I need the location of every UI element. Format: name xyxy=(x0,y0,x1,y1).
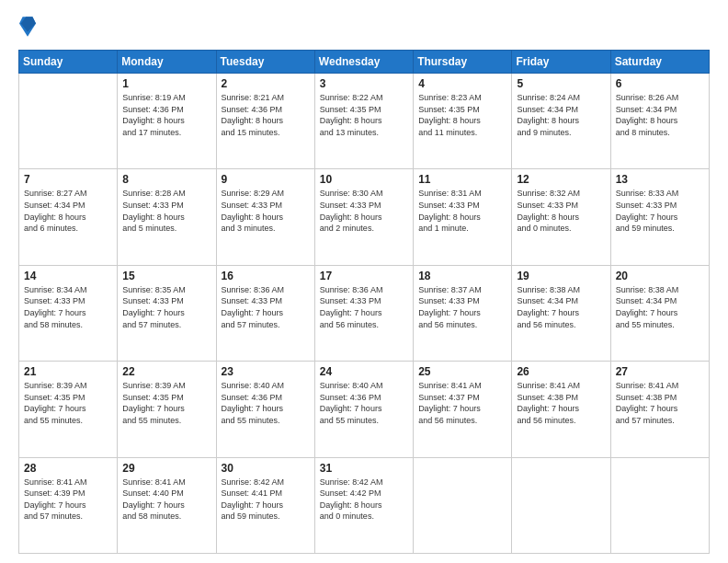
day-cell xyxy=(512,457,610,553)
day-info: Sunrise: 8:40 AM Sunset: 4:36 PM Dayligh… xyxy=(320,380,408,426)
day-number: 20 xyxy=(616,270,704,282)
day-cell: 29Sunrise: 8:41 AM Sunset: 4:40 PM Dayli… xyxy=(118,457,216,553)
day-cell xyxy=(19,74,118,169)
day-info: Sunrise: 8:41 AM Sunset: 4:38 PM Dayligh… xyxy=(517,380,605,426)
day-cell xyxy=(610,457,709,553)
day-cell: 20Sunrise: 8:38 AM Sunset: 4:34 PM Dayli… xyxy=(610,265,709,361)
day-info: Sunrise: 8:41 AM Sunset: 4:37 PM Dayligh… xyxy=(418,380,506,426)
day-cell: 10Sunrise: 8:30 AM Sunset: 4:33 PM Dayli… xyxy=(314,169,413,265)
day-number: 5 xyxy=(517,77,605,90)
page: SundayMondayTuesdayWednesdayThursdayFrid… xyxy=(0,0,728,563)
day-info: Sunrise: 8:41 AM Sunset: 4:39 PM Dayligh… xyxy=(24,477,112,523)
day-number: 4 xyxy=(418,77,506,90)
day-info: Sunrise: 8:41 AM Sunset: 4:40 PM Dayligh… xyxy=(122,477,210,523)
header xyxy=(18,17,710,40)
day-info: Sunrise: 8:32 AM Sunset: 4:33 PM Dayligh… xyxy=(517,188,605,234)
weekday-header-wednesday: Wednesday xyxy=(314,51,413,74)
day-info: Sunrise: 8:37 AM Sunset: 4:33 PM Dayligh… xyxy=(418,284,506,330)
day-info: Sunrise: 8:28 AM Sunset: 4:33 PM Dayligh… xyxy=(122,188,210,234)
day-info: Sunrise: 8:21 AM Sunset: 4:36 PM Dayligh… xyxy=(222,92,310,138)
day-info: Sunrise: 8:24 AM Sunset: 4:34 PM Dayligh… xyxy=(517,92,605,138)
day-info: Sunrise: 8:42 AM Sunset: 4:41 PM Dayligh… xyxy=(222,477,310,523)
day-info: Sunrise: 8:38 AM Sunset: 4:34 PM Dayligh… xyxy=(616,284,704,330)
day-info: Sunrise: 8:38 AM Sunset: 4:34 PM Dayligh… xyxy=(517,284,605,330)
day-cell: 22Sunrise: 8:39 AM Sunset: 4:35 PM Dayli… xyxy=(118,362,216,457)
day-cell: 13Sunrise: 8:33 AM Sunset: 4:33 PM Dayli… xyxy=(610,169,709,265)
day-info: Sunrise: 8:22 AM Sunset: 4:35 PM Dayligh… xyxy=(320,92,408,138)
day-number: 12 xyxy=(517,173,605,186)
day-cell: 30Sunrise: 8:42 AM Sunset: 4:41 PM Dayli… xyxy=(216,457,314,553)
day-number: 22 xyxy=(122,365,210,378)
day-number: 21 xyxy=(24,365,112,378)
day-cell: 9Sunrise: 8:29 AM Sunset: 4:33 PM Daylig… xyxy=(216,169,314,265)
day-cell: 12Sunrise: 8:32 AM Sunset: 4:33 PM Dayli… xyxy=(512,169,610,265)
day-number: 15 xyxy=(122,270,210,282)
day-info: Sunrise: 8:29 AM Sunset: 4:33 PM Dayligh… xyxy=(222,188,310,234)
day-number: 30 xyxy=(222,462,310,475)
day-number: 26 xyxy=(517,365,605,378)
day-cell: 8Sunrise: 8:28 AM Sunset: 4:33 PM Daylig… xyxy=(118,169,216,265)
day-cell: 17Sunrise: 8:36 AM Sunset: 4:33 PM Dayli… xyxy=(314,265,413,361)
day-info: Sunrise: 8:30 AM Sunset: 4:33 PM Dayligh… xyxy=(320,188,408,234)
logo xyxy=(18,17,40,40)
day-info: Sunrise: 8:19 AM Sunset: 4:36 PM Dayligh… xyxy=(122,92,210,138)
day-cell: 14Sunrise: 8:34 AM Sunset: 4:33 PM Dayli… xyxy=(19,265,118,361)
day-number: 28 xyxy=(24,462,112,475)
day-number: 31 xyxy=(320,462,408,475)
day-cell: 19Sunrise: 8:38 AM Sunset: 4:34 PM Dayli… xyxy=(512,265,610,361)
day-number: 11 xyxy=(418,173,506,186)
weekday-header-thursday: Thursday xyxy=(414,51,512,74)
day-cell: 5Sunrise: 8:24 AM Sunset: 4:34 PM Daylig… xyxy=(512,74,610,169)
day-info: Sunrise: 8:23 AM Sunset: 4:35 PM Dayligh… xyxy=(418,92,506,138)
day-cell: 24Sunrise: 8:40 AM Sunset: 4:36 PM Dayli… xyxy=(314,362,413,457)
day-number: 14 xyxy=(24,270,112,282)
day-number: 24 xyxy=(320,365,408,378)
day-cell: 3Sunrise: 8:22 AM Sunset: 4:35 PM Daylig… xyxy=(314,74,413,169)
day-cell: 4Sunrise: 8:23 AM Sunset: 4:35 PM Daylig… xyxy=(414,74,512,169)
week-row-5: 28Sunrise: 8:41 AM Sunset: 4:39 PM Dayli… xyxy=(19,457,710,553)
day-cell xyxy=(414,457,512,553)
day-cell: 2Sunrise: 8:21 AM Sunset: 4:36 PM Daylig… xyxy=(216,74,314,169)
day-cell: 11Sunrise: 8:31 AM Sunset: 4:33 PM Dayli… xyxy=(414,169,512,265)
week-row-4: 21Sunrise: 8:39 AM Sunset: 4:35 PM Dayli… xyxy=(19,362,710,457)
day-info: Sunrise: 8:33 AM Sunset: 4:33 PM Dayligh… xyxy=(616,188,704,234)
weekday-header-friday: Friday xyxy=(512,51,610,74)
day-info: Sunrise: 8:26 AM Sunset: 4:34 PM Dayligh… xyxy=(616,92,704,138)
week-row-2: 7Sunrise: 8:27 AM Sunset: 4:34 PM Daylig… xyxy=(19,169,710,265)
week-row-1: 1Sunrise: 8:19 AM Sunset: 4:36 PM Daylig… xyxy=(19,74,710,169)
day-info: Sunrise: 8:41 AM Sunset: 4:38 PM Dayligh… xyxy=(616,380,704,426)
day-number: 29 xyxy=(122,462,210,475)
day-info: Sunrise: 8:39 AM Sunset: 4:35 PM Dayligh… xyxy=(24,380,112,426)
day-number: 13 xyxy=(616,173,704,186)
weekday-header-tuesday: Tuesday xyxy=(216,51,314,74)
day-info: Sunrise: 8:27 AM Sunset: 4:34 PM Dayligh… xyxy=(24,188,112,234)
day-cell: 1Sunrise: 8:19 AM Sunset: 4:36 PM Daylig… xyxy=(118,74,216,169)
weekday-header-saturday: Saturday xyxy=(610,51,709,74)
day-number: 6 xyxy=(616,77,704,90)
day-info: Sunrise: 8:31 AM Sunset: 4:33 PM Dayligh… xyxy=(418,188,506,234)
day-cell: 27Sunrise: 8:41 AM Sunset: 4:38 PM Dayli… xyxy=(610,362,709,457)
day-number: 27 xyxy=(616,365,704,378)
day-info: Sunrise: 8:35 AM Sunset: 4:33 PM Dayligh… xyxy=(122,284,210,330)
day-cell: 6Sunrise: 8:26 AM Sunset: 4:34 PM Daylig… xyxy=(610,74,709,169)
day-cell: 28Sunrise: 8:41 AM Sunset: 4:39 PM Dayli… xyxy=(19,457,118,553)
day-cell: 16Sunrise: 8:36 AM Sunset: 4:33 PM Dayli… xyxy=(216,265,314,361)
day-number: 7 xyxy=(24,173,112,186)
day-number: 9 xyxy=(222,173,310,186)
day-cell: 31Sunrise: 8:42 AM Sunset: 4:42 PM Dayli… xyxy=(314,457,413,553)
day-info: Sunrise: 8:34 AM Sunset: 4:33 PM Dayligh… xyxy=(24,284,112,330)
day-cell: 15Sunrise: 8:35 AM Sunset: 4:33 PM Dayli… xyxy=(118,265,216,361)
day-info: Sunrise: 8:42 AM Sunset: 4:42 PM Dayligh… xyxy=(320,477,408,523)
weekday-header-monday: Monday xyxy=(118,51,216,74)
day-number: 1 xyxy=(122,77,210,90)
day-number: 16 xyxy=(222,270,310,282)
day-cell: 18Sunrise: 8:37 AM Sunset: 4:33 PM Dayli… xyxy=(414,265,512,361)
day-number: 19 xyxy=(517,270,605,282)
weekday-header-sunday: Sunday xyxy=(19,51,118,74)
day-cell: 21Sunrise: 8:39 AM Sunset: 4:35 PM Dayli… xyxy=(19,362,118,457)
day-number: 18 xyxy=(418,270,506,282)
logo-icon xyxy=(19,17,36,37)
day-number: 10 xyxy=(320,173,408,186)
calendar-table: SundayMondayTuesdayWednesdayThursdayFrid… xyxy=(18,50,710,554)
day-cell: 26Sunrise: 8:41 AM Sunset: 4:38 PM Dayli… xyxy=(512,362,610,457)
